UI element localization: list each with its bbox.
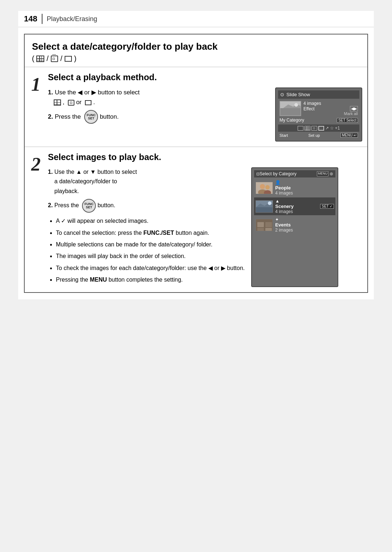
step2-content: Select images to play back. 1. Use the ▲…: [46, 147, 367, 292]
people-info: 👤 People 4 images: [275, 180, 293, 196]
svg-rect-17: [265, 228, 272, 231]
svg-rect-10: [256, 207, 273, 213]
close-paren: ): [74, 54, 77, 62]
icon-cat2: ⊡: [311, 126, 317, 131]
mark-all: Mark all: [303, 111, 358, 116]
bullet6: Pressing the MENU button completes the s…: [56, 275, 245, 285]
set-select-badge: SET Select: [337, 118, 358, 123]
people-label: People: [275, 185, 293, 191]
section-title-area: Select a date/category/folder to play ba…: [25, 34, 367, 67]
people-icon-sym: 👤: [275, 180, 293, 185]
start-label: Start: [279, 133, 288, 138]
svg-point-7: [265, 185, 270, 189]
icon-grid2: [305, 126, 310, 131]
step1-sub1: 1. Use the ◀ or ▶ button to select: [48, 89, 140, 96]
screen1-header: ⊙ Slide Show: [278, 90, 359, 99]
screen2-header-badges: MENU ⊕: [317, 171, 334, 176]
icon-active: [318, 126, 324, 131]
screen2-icon: ⊡: [256, 172, 260, 176]
step2-sub2: 2. Press the FUNC SET button.: [48, 202, 115, 208]
category-scenery-row: ▲ Scenery 4 images SET ✓: [254, 197, 335, 215]
page-number: 148: [24, 14, 37, 24]
compass-icon: ⊕: [330, 171, 333, 176]
step2-heading: Select images to play back.: [48, 152, 362, 162]
page-header: 148 Playback/Erasing: [18, 11, 374, 27]
category-events-row: ✦ Events 2 images: [254, 216, 335, 234]
scenery-thumb-img: [256, 201, 273, 213]
step2-sub1: 1. Use the ▲ or ▼ button to select a dat…: [48, 169, 137, 194]
header-divider: [42, 14, 42, 24]
scenery-thumb: [256, 200, 273, 213]
landscape-thumb: [280, 102, 301, 115]
icon-star: ☆: [330, 126, 334, 131]
or-text: or: [76, 99, 82, 106]
screen1-main-row: 4 images Effect ◀▶ Mark all: [278, 100, 359, 117]
svg-rect-14: [257, 222, 264, 227]
main-title: Select a date/category/folder to play ba…: [32, 41, 360, 52]
screen2-header: ⊡ Select by Category MENU ⊕: [254, 170, 335, 177]
func-set-button: FUNC SET: [84, 110, 98, 124]
icon-plus: +1: [335, 126, 340, 131]
scenery-label: Scenery: [275, 204, 294, 209]
step1-content: Select a playback method. 1. Use the ◀ o…: [46, 67, 367, 147]
step2-screen: ⊡ Select by Category MENU ⊕: [251, 167, 338, 287]
bullet2: To cancel the selection: press the FUNC.…: [56, 228, 245, 238]
step1-section: 1 Select a playback method. 1. Use the ◀…: [25, 67, 367, 147]
people-thumb: [256, 182, 273, 194]
menu-badge: MENU ↩: [340, 133, 358, 138]
grid-menu-icon: [36, 56, 44, 62]
events-thumb: [256, 219, 273, 231]
events-thumb-img: [256, 219, 273, 231]
slash-separator: /: [46, 54, 49, 62]
set-check-badge: SET ✓: [320, 204, 334, 209]
step2-body: 1. Use the ▲ or ▼ button to select a dat…: [48, 167, 362, 287]
svg-point-3: [294, 103, 298, 107]
screen1-bottom-row: Start Set up MENU ↩: [278, 132, 359, 139]
folder-icon-inline: [85, 100, 91, 105]
step2-text-area: 1. Use the ▲ or ▼ button to select a dat…: [48, 167, 245, 287]
people-count: 4 images: [275, 191, 293, 196]
slash-separator2: /: [60, 54, 62, 62]
screen1-thumb: [279, 101, 301, 116]
func-set-button-2: FUNC SET: [82, 199, 96, 213]
svg-point-12: [268, 201, 271, 205]
slideshow-icon: ⊙: [280, 92, 284, 97]
header-title: Playback/Erasing: [47, 15, 97, 23]
page: 148 Playback/Erasing Select a date/categ…: [18, 11, 374, 299]
bullet5: To check the images for each date/catego…: [56, 263, 245, 273]
cat-icon-inline: ⊡: [68, 100, 74, 106]
screen2-label: Select by Category: [260, 171, 296, 176]
step2-section: 2 Select images to play back. 1. Use the…: [25, 147, 367, 292]
images-count: 4 images: [303, 101, 358, 106]
screen1-category-row: My Category SET Select: [278, 117, 359, 123]
svg-rect-1: [280, 108, 301, 115]
icon-folder: [298, 126, 303, 131]
events-info: ✦ Events 2 images: [275, 217, 293, 233]
step1-text: 1. Use the ◀ or ▶ button to select , ⊡ o…: [48, 87, 269, 142]
my-category-label: My Category: [279, 118, 304, 123]
step1-body: 1. Use the ◀ or ▶ button to select , ⊡ o…: [48, 87, 362, 142]
grid-icon-inline: [54, 99, 61, 106]
slideshow-label: Slide Show: [286, 92, 310, 97]
effect-row: Effect ◀▶: [303, 106, 358, 111]
bullet1: A ✓ will appear on selected images.: [56, 216, 245, 226]
step2-number: 2: [25, 147, 46, 292]
events-icon-sym: ✦: [275, 217, 293, 222]
events-label: Events: [275, 222, 293, 228]
setup-label: Set up: [309, 133, 320, 138]
bullet3: Multiple selections can be made for the …: [56, 240, 245, 249]
scenery-icon-sym: ▲: [275, 199, 294, 204]
icon-cam: ↗: [325, 126, 329, 131]
step1-heading: Select a playback method.: [48, 72, 362, 82]
svg-rect-15: [265, 222, 272, 227]
screen1-icons-row: ⊡ ↗ ☆ +1: [278, 124, 359, 132]
category-icon: ⊡: [51, 56, 58, 62]
bullet4: The images will play back in the order o…: [56, 252, 245, 261]
people-thumb-img: [256, 182, 273, 194]
events-count: 2 images: [275, 228, 293, 233]
svg-rect-16: [257, 228, 264, 231]
effect-value: ◀▶: [350, 106, 358, 111]
step1-sub2: 2. Press the FUNC SET button.: [48, 113, 119, 120]
folder-icon: [65, 56, 72, 62]
screen1-info: 4 images Effect ◀▶ Mark all: [303, 101, 358, 116]
